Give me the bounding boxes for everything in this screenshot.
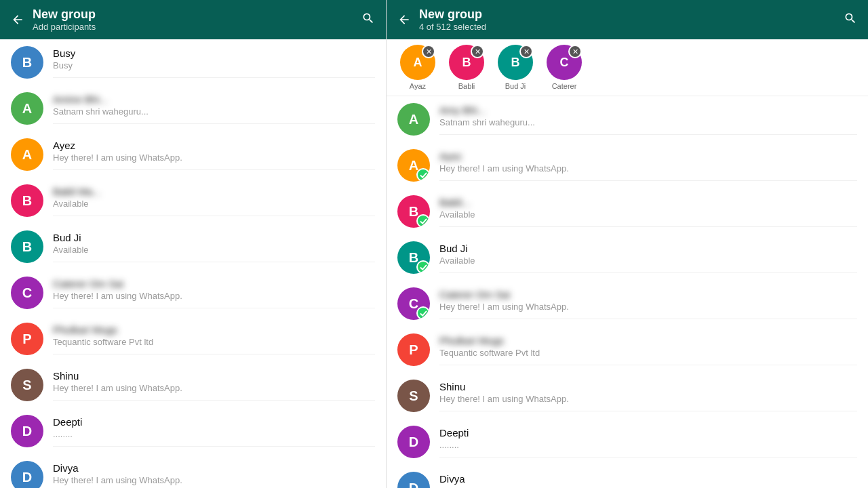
avatar: P	[11, 323, 43, 355]
avatar: A	[397, 149, 430, 182]
left-search-button[interactable]	[361, 12, 375, 28]
right-header-subtitle: 4 of 512 selected	[419, 22, 835, 32]
remove-participant-button[interactable]: ✕	[568, 45, 582, 58]
contact-name: Ayez	[53, 140, 375, 151]
contact-status: Available	[439, 256, 857, 266]
left-back-button[interactable]	[11, 13, 24, 26]
avatar: P	[397, 333, 430, 366]
remove-participant-button[interactable]: ✕	[422, 45, 435, 58]
contact-status: Available	[53, 199, 375, 209]
contact-status: ........	[53, 429, 375, 439]
contact-name: Deepti	[439, 427, 857, 439]
left-header-title: New group	[33, 7, 353, 22]
avatar: B	[397, 195, 430, 228]
list-item[interactable]: A Amine Bhi... Satnam shri waheguru...	[0, 85, 386, 131]
selected-avatar-name: Babli	[446, 82, 487, 90]
contact-name: Caterer Om Sai	[53, 278, 375, 289]
avatar: A	[11, 138, 43, 171]
selected-checkmark	[416, 260, 430, 274]
right-panel: New group 4 of 512 selected A ✕ Ayaz B	[387, 0, 868, 488]
left-header: New group Add participants	[0, 0, 386, 39]
left-contact-list: B Busy Busy A Amine Bhi... Satnam shri w…	[0, 39, 386, 488]
list-item[interactable]: P Phulkari Mugs Tequantic software Pvt l…	[387, 327, 868, 373]
contact-name: Divya	[53, 462, 375, 474]
contact-name: Phulkari Mugs	[53, 324, 375, 336]
avatar: D	[397, 472, 430, 488]
list-item[interactable]: B Busy Busy	[0, 39, 386, 85]
contact-name: Amy Bhi...	[439, 104, 857, 116]
selected-participant: C ✕ Caterer	[544, 45, 585, 90]
list-item[interactable]: D Divya Hey there! I am using WhatsApp.	[387, 465, 868, 488]
selected-checkmark	[416, 168, 430, 182]
avatar: D	[397, 426, 430, 458]
left-header-subtitle: Add participants	[33, 22, 353, 32]
list-item[interactable]: S Shinu Hey there! I am using WhatsApp.	[387, 373, 868, 419]
avatar: S	[397, 380, 430, 412]
contact-status: Busy	[53, 60, 375, 70]
contact-name: Bud Ji	[439, 243, 857, 254]
contact-name: Phulkari Mugs	[439, 335, 857, 346]
selected-avatars-bar: A ✕ Ayaz B ✕ Babli B ✕ Bud J	[387, 39, 868, 96]
contact-name: Babli Ma...	[53, 186, 375, 197]
list-item[interactable]: A Amy Bhi... Satnam shri waheguru...	[387, 96, 868, 142]
avatar: D	[11, 415, 43, 447]
right-contact-list: A Amy Bhi... Satnam shri waheguru... A A…	[387, 96, 868, 488]
avatar: C	[397, 287, 430, 320]
contact-status: Hey there! I am using WhatsApp.	[439, 163, 857, 174]
list-item[interactable]: D Divya Hey there! I am using WhatsApp.	[0, 454, 386, 488]
selected-avatar-name: Caterer	[544, 82, 585, 90]
list-item[interactable]: B Babli Ma... Available	[0, 178, 386, 224]
selected-participant: A ✕ Ayaz	[397, 45, 438, 90]
remove-participant-button[interactable]: ✕	[519, 45, 533, 58]
contact-status: Satnam shri waheguru...	[53, 106, 375, 117]
contact-status: Hey there! I am using WhatsApp.	[439, 302, 857, 312]
avatar: B	[11, 230, 43, 263]
selected-avatar-name: Ayaz	[397, 82, 438, 90]
right-back-button[interactable]	[397, 13, 411, 26]
contact-name: Shinu	[439, 381, 857, 392]
list-item[interactable]: C Caterer Om Sai Hey there! I am using W…	[0, 270, 386, 316]
contact-name: Divya	[439, 473, 857, 485]
list-item[interactable]: B Babli... Available	[387, 188, 868, 235]
contact-status: Available	[53, 245, 375, 255]
avatar: D	[11, 461, 43, 488]
avatar: A	[397, 103, 430, 136]
right-header: New group 4 of 512 selected	[387, 0, 868, 39]
contact-name: Amine Bhi...	[53, 94, 375, 105]
contact-name: Bud Ji	[53, 232, 375, 243]
selected-avatar-name: Bud Ji	[495, 82, 536, 90]
list-item[interactable]: D Deepti ........	[0, 408, 386, 454]
list-item[interactable]: P Phulkari Mugs Tequantic software Pvt l…	[0, 316, 386, 362]
left-header-title-block: New group Add participants	[33, 7, 353, 32]
contact-status: Tequantic software Pvt ltd	[439, 348, 857, 358]
right-header-title: New group	[419, 7, 835, 22]
contact-status: Satnam shri waheguru...	[439, 117, 857, 127]
list-item[interactable]: C Caterer Om Sai Hey there! I am using W…	[387, 281, 868, 327]
right-search-button[interactable]	[844, 12, 857, 28]
list-item[interactable]: A Ayez Hey there! I am using WhatsApp.	[0, 131, 386, 178]
contact-name: Babli...	[439, 197, 857, 208]
selected-checkmark	[416, 214, 430, 228]
list-item[interactable]: S Shinu Hey there! I am using WhatsApp.	[0, 362, 386, 408]
avatar: B	[397, 241, 430, 274]
contact-name: Deepti	[53, 416, 375, 428]
avatar: A	[11, 92, 43, 125]
left-panel: New group Add participants B Busy Busy A…	[0, 0, 387, 488]
remove-participant-button[interactable]: ✕	[471, 45, 484, 58]
contact-status: Hey there! I am using WhatsApp.	[53, 383, 375, 393]
avatar: C	[11, 277, 43, 309]
selected-checkmark	[416, 306, 430, 320]
list-item[interactable]: A Ayez Hey there! I am using WhatsApp.	[387, 142, 868, 188]
contact-status: ........	[439, 440, 857, 450]
avatar: B	[11, 184, 43, 217]
selected-participant: B ✕ Bud Ji	[495, 45, 536, 90]
right-header-title-block: New group 4 of 512 selected	[419, 7, 835, 32]
contact-name: Caterer Om Sai	[439, 289, 857, 300]
list-item[interactable]: D Deepti ........	[387, 419, 868, 465]
list-item[interactable]: B Bud Ji Available	[387, 235, 868, 281]
contact-status: Available	[439, 209, 857, 220]
list-item[interactable]: B Bud Ji Available	[0, 224, 386, 270]
contact-status: Hey there! I am using WhatsApp.	[53, 475, 375, 485]
contact-name: Ayez	[439, 150, 857, 162]
contact-status: Hey there! I am using WhatsApp.	[439, 394, 857, 404]
